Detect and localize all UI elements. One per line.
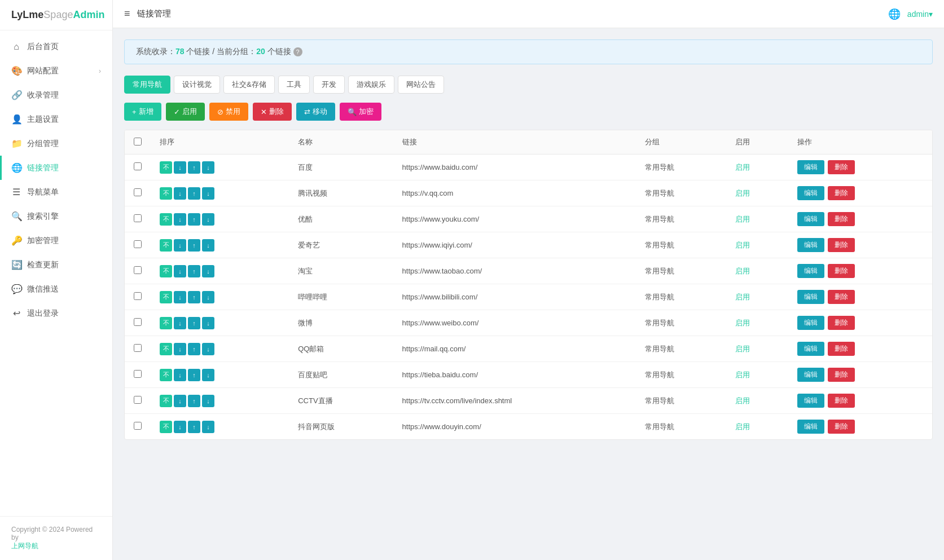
- delete-button-4[interactable]: 删除: [828, 264, 855, 278]
- edit-button-8[interactable]: 编辑: [797, 368, 824, 382]
- add-button[interactable]: +新增: [124, 103, 161, 121]
- sort-top-3[interactable]: 不: [160, 239, 172, 252]
- select-all-checkbox[interactable]: [134, 138, 142, 145]
- sort-up-1[interactable]: ↑: [188, 187, 200, 200]
- help-icon[interactable]: ?: [293, 47, 302, 56]
- sort-up-5[interactable]: ↑: [188, 291, 200, 303]
- sort-up-4[interactable]: ↑: [188, 265, 200, 277]
- footer-link[interactable]: 上网导航: [11, 542, 38, 550]
- delete-button-10[interactable]: 删除: [828, 420, 855, 434]
- sidebar-item-update[interactable]: 🔄 检查更新: [0, 253, 112, 277]
- delete-button[interactable]: ✕删除: [253, 103, 292, 121]
- sort-down-5[interactable]: ↓: [174, 291, 186, 303]
- move-button[interactable]: ⇄移动: [296, 103, 335, 121]
- sort-top-6[interactable]: 不: [160, 317, 172, 329]
- sort-bottom-2[interactable]: ↓: [202, 213, 214, 226]
- sort-bottom-6[interactable]: ↓: [202, 317, 214, 329]
- delete-button-1[interactable]: 删除: [828, 186, 855, 200]
- delete-button-2[interactable]: 删除: [828, 212, 855, 226]
- tab-design-view[interactable]: 设计视觉: [174, 76, 220, 94]
- sidebar-item-theme[interactable]: 👤 主题设置: [0, 107, 112, 131]
- sidebar-item-search[interactable]: 🔍 搜索引擎: [0, 204, 112, 228]
- sort-bottom-5[interactable]: ↓: [202, 291, 214, 303]
- encrypt-button[interactable]: 🔍加密: [340, 103, 381, 121]
- sort-bottom-9[interactable]: ↓: [202, 395, 214, 407]
- tab-social-storage[interactable]: 社交&存储: [223, 76, 275, 94]
- edit-button-1[interactable]: 编辑: [797, 186, 824, 200]
- row-checkbox-10[interactable]: [134, 422, 142, 430]
- sort-up-7[interactable]: ↑: [188, 343, 200, 355]
- tab-tools[interactable]: 工具: [278, 76, 310, 94]
- disable-button[interactable]: ⊘禁用: [209, 103, 248, 121]
- sort-down-1[interactable]: ↓: [174, 187, 186, 200]
- row-checkbox-5[interactable]: [134, 292, 142, 300]
- delete-button-3[interactable]: 删除: [828, 238, 855, 252]
- sort-top-10[interactable]: 不: [160, 421, 172, 433]
- row-checkbox-4[interactable]: [134, 266, 142, 274]
- sort-bottom-8[interactable]: ↓: [202, 369, 214, 381]
- edit-button-5[interactable]: 编辑: [797, 290, 824, 304]
- tab-common-nav[interactable]: 常用导航: [124, 76, 170, 94]
- delete-button-0[interactable]: 删除: [828, 160, 855, 174]
- tab-site-notice[interactable]: 网站公告: [398, 76, 444, 94]
- delete-button-6[interactable]: 删除: [828, 316, 855, 330]
- sidebar-item-dashboard[interactable]: ⌂ 后台首页: [0, 35, 112, 59]
- sort-down-8[interactable]: ↓: [174, 369, 186, 381]
- sort-up-10[interactable]: ↑: [188, 421, 200, 433]
- sort-down-9[interactable]: ↓: [174, 395, 186, 407]
- sort-up-2[interactable]: ↑: [188, 213, 200, 226]
- sort-bottom-0[interactable]: ↓: [202, 161, 214, 174]
- sort-up-0[interactable]: ↑: [188, 161, 200, 174]
- sort-down-10[interactable]: ↓: [174, 421, 186, 433]
- sort-bottom-3[interactable]: ↓: [202, 239, 214, 252]
- sort-top-4[interactable]: 不: [160, 265, 172, 277]
- row-checkbox-7[interactable]: [134, 344, 142, 352]
- sidebar-item-group[interactable]: 📁 分组管理: [0, 131, 112, 156]
- sidebar-item-site-config[interactable]: 🎨 网站配置 ›: [0, 59, 112, 83]
- delete-button-8[interactable]: 删除: [828, 368, 855, 382]
- sort-top-8[interactable]: 不: [160, 369, 172, 381]
- sidebar-item-encrypt[interactable]: 🔑 加密管理: [0, 228, 112, 253]
- sidebar-item-collection[interactable]: 🔗 收录管理: [0, 83, 112, 107]
- edit-button-9[interactable]: 编辑: [797, 394, 824, 408]
- row-checkbox-9[interactable]: [134, 396, 142, 404]
- sort-top-2[interactable]: 不: [160, 213, 172, 226]
- sort-up-6[interactable]: ↑: [188, 317, 200, 329]
- sort-down-0[interactable]: ↓: [174, 161, 186, 174]
- admin-menu[interactable]: admin▾: [907, 10, 933, 19]
- menu-toggle-icon[interactable]: ≡: [124, 8, 130, 20]
- sort-up-8[interactable]: ↑: [188, 369, 200, 381]
- edit-button-6[interactable]: 编辑: [797, 316, 824, 330]
- row-checkbox-6[interactable]: [134, 318, 142, 326]
- globe-icon[interactable]: 🌐: [888, 8, 901, 20]
- delete-button-5[interactable]: 删除: [828, 290, 855, 304]
- sort-down-2[interactable]: ↓: [174, 213, 186, 226]
- sort-top-7[interactable]: 不: [160, 343, 172, 355]
- delete-button-7[interactable]: 删除: [828, 342, 855, 356]
- sort-bottom-1[interactable]: ↓: [202, 187, 214, 200]
- sort-up-9[interactable]: ↑: [188, 395, 200, 407]
- sidebar-item-wechat[interactable]: 💬 微信推送: [0, 277, 112, 301]
- row-checkbox-1[interactable]: [134, 188, 142, 196]
- sort-down-3[interactable]: ↓: [174, 239, 186, 252]
- sidebar-item-logout[interactable]: ↩ 退出登录: [0, 301, 112, 325]
- delete-button-9[interactable]: 删除: [828, 394, 855, 408]
- edit-button-3[interactable]: 编辑: [797, 238, 824, 252]
- tab-dev[interactable]: 开发: [313, 76, 345, 94]
- tab-game-entertainment[interactable]: 游戏娱乐: [348, 76, 394, 94]
- sort-top-1[interactable]: 不: [160, 187, 172, 200]
- row-checkbox-0[interactable]: [134, 162, 142, 170]
- enable-button[interactable]: ✓启用: [166, 103, 205, 121]
- sort-down-7[interactable]: ↓: [174, 343, 186, 355]
- sort-top-9[interactable]: 不: [160, 395, 172, 407]
- row-checkbox-3[interactable]: [134, 240, 142, 248]
- edit-button-2[interactable]: 编辑: [797, 212, 824, 226]
- sort-bottom-10[interactable]: ↓: [202, 421, 214, 433]
- edit-button-4[interactable]: 编辑: [797, 264, 824, 278]
- sort-bottom-4[interactable]: ↓: [202, 265, 214, 277]
- edit-button-0[interactable]: 编辑: [797, 160, 824, 174]
- edit-button-7[interactable]: 编辑: [797, 342, 824, 356]
- sort-up-3[interactable]: ↑: [188, 239, 200, 252]
- sort-down-6[interactable]: ↓: [174, 317, 186, 329]
- row-checkbox-2[interactable]: [134, 214, 142, 222]
